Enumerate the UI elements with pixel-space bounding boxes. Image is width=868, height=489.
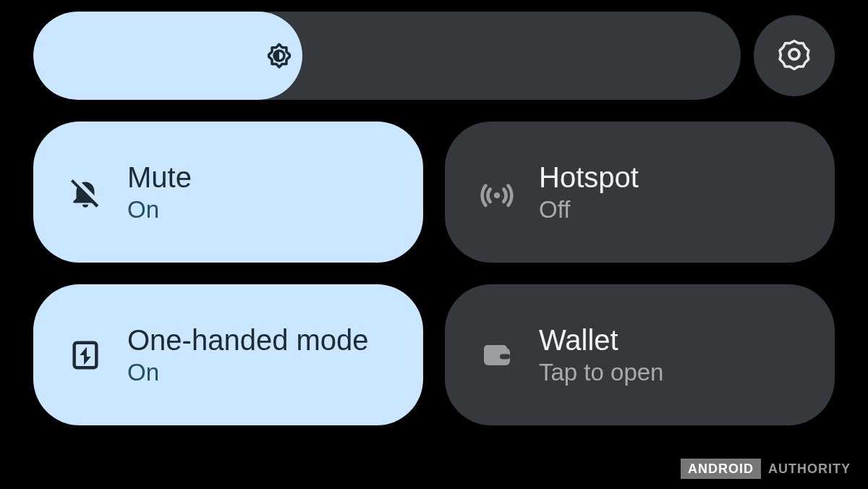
tile-text: Wallet Tap to open [539, 323, 663, 387]
watermark-right: AUTHORITY [761, 459, 858, 479]
tile-text: One-handed mode On [127, 323, 369, 387]
svg-point-2 [494, 192, 500, 198]
quick-settings-panel: Mute On Hotspot Off [33, 12, 835, 425]
one-handed-icon [65, 335, 106, 375]
tile-title: Wallet [539, 323, 663, 357]
tile-wallet[interactable]: Wallet Tap to open [445, 284, 835, 425]
tiles-grid: Mute On Hotspot Off [33, 122, 835, 425]
tile-mute[interactable]: Mute On [33, 122, 423, 263]
tile-status: On [127, 195, 192, 224]
tile-text: Hotspot Off [539, 161, 639, 224]
svg-point-1 [789, 49, 799, 59]
tile-title: Hotspot [539, 161, 639, 194]
bell-off-icon [65, 172, 106, 213]
tile-title: Mute [127, 161, 192, 194]
brightness-icon [262, 38, 297, 73]
tile-status: On [127, 358, 369, 387]
tile-status: Off [539, 195, 639, 224]
tile-status: Tap to open [539, 358, 663, 387]
svg-rect-6 [500, 354, 510, 359]
gear-icon [775, 35, 813, 76]
tile-text: Mute On [127, 161, 192, 224]
hotspot-icon [477, 172, 517, 213]
watermark-left: ANDROID [681, 459, 761, 479]
svg-rect-5 [484, 345, 507, 354]
tile-hotspot[interactable]: Hotspot Off [445, 122, 835, 263]
settings-button[interactable] [754, 15, 835, 96]
top-row [33, 12, 835, 100]
wallet-icon [477, 335, 517, 375]
tile-one-handed[interactable]: One-handed mode On [33, 284, 423, 425]
tile-title: One-handed mode [127, 323, 369, 357]
brightness-slider[interactable] [33, 12, 741, 100]
watermark: ANDROID AUTHORITY [681, 459, 858, 479]
